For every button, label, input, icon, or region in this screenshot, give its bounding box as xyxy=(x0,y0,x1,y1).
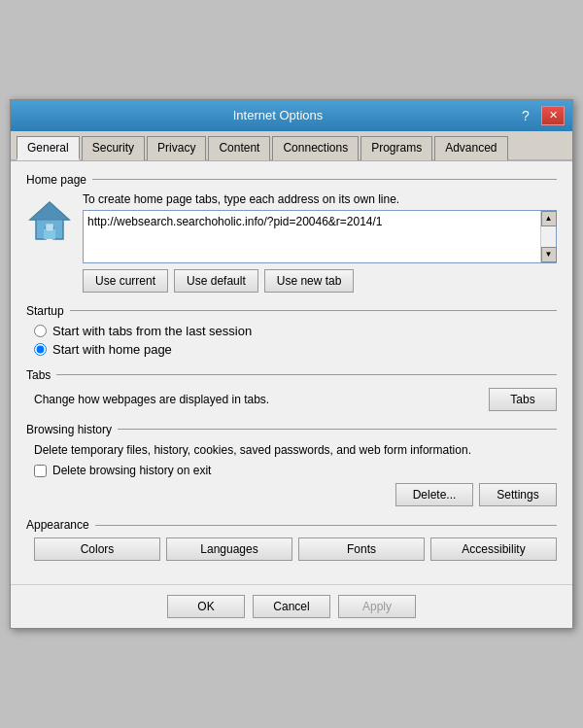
delete-button[interactable]: Delete... xyxy=(395,483,473,506)
tabs-button[interactable]: Tabs xyxy=(489,388,557,411)
ok-button[interactable]: OK xyxy=(167,595,245,618)
startup-section: Startup Start with tabs from the last se… xyxy=(26,304,557,357)
delete-on-exit-checkbox[interactable] xyxy=(34,465,47,477)
tab-bar: General Security Privacy Content Connect… xyxy=(11,131,572,161)
tabs-section-row: Change how webpages are displayed in tab… xyxy=(26,388,557,411)
use-current-button[interactable]: Use current xyxy=(83,269,168,293)
title-bar-buttons: ? ✕ xyxy=(514,106,565,125)
tab-general[interactable]: General xyxy=(17,136,80,160)
house-icon xyxy=(26,196,73,243)
homepage-buttons: Use current Use default Use new tab xyxy=(83,269,557,293)
homepage-url-input[interactable]: http://websearch.searchoholic.info/?pid=… xyxy=(84,211,540,260)
svg-marker-1 xyxy=(30,202,69,220)
startup-radio-last-session[interactable] xyxy=(34,325,47,337)
use-new-tab-button[interactable]: Use new tab xyxy=(264,269,355,293)
scroll-down-arrow[interactable]: ▼ xyxy=(541,247,557,262)
startup-radio-home-page[interactable] xyxy=(34,343,47,356)
fonts-button[interactable]: Fonts xyxy=(298,537,425,561)
languages-button[interactable]: Languages xyxy=(166,537,292,561)
accessibility-button[interactable]: Accessibility xyxy=(430,537,557,561)
help-button[interactable]: ? xyxy=(514,106,537,125)
browsing-history-section: Browsing history Delete temporary files,… xyxy=(26,423,557,507)
svg-rect-3 xyxy=(46,224,53,231)
use-default-button[interactable]: Use default xyxy=(174,269,258,293)
internet-options-window: Internet Options ? ✕ General Security Pr… xyxy=(10,99,573,630)
title-bar: Internet Options ? ✕ xyxy=(11,100,572,131)
delete-on-exit-row: Delete browsing history on exit xyxy=(26,464,557,477)
content-area: Home page To create home page tabs, type… xyxy=(11,161,572,585)
startup-home-page-label: Start with home page xyxy=(52,342,172,357)
startup-section-label: Startup xyxy=(26,304,557,318)
url-textarea-wrap: http://websearch.searchoholic.info/?pid=… xyxy=(83,210,557,263)
colors-button[interactable]: Colors xyxy=(34,537,160,561)
tabs-description: Change how webpages are displayed in tab… xyxy=(34,393,269,406)
scroll-up-arrow[interactable]: ▲ xyxy=(541,211,557,226)
homepage-right: To create home page tabs, type each addr… xyxy=(83,192,557,293)
tab-programs[interactable]: Programs xyxy=(360,136,432,160)
browsing-history-description: Delete temporary files, history, cookies… xyxy=(26,442,557,459)
tab-security[interactable]: Security xyxy=(82,136,145,160)
cancel-button[interactable]: Cancel xyxy=(253,595,330,618)
scrollbar[interactable]: ▲ ▼ xyxy=(540,211,556,262)
tab-content[interactable]: Content xyxy=(208,136,270,160)
window-title: Internet Options xyxy=(42,108,514,122)
tabs-section: Tabs Change how webpages are displayed i… xyxy=(26,368,557,411)
bottom-bar: OK Cancel Apply xyxy=(11,584,572,628)
appearance-section: Appearance Colors Languages Fonts Access… xyxy=(26,518,557,561)
tab-connections[interactable]: Connections xyxy=(272,136,359,160)
apply-button[interactable]: Apply xyxy=(338,595,416,618)
window-inner: Home page To create home page tabs, type… xyxy=(11,161,572,629)
browsing-history-buttons: Delete... Settings xyxy=(26,483,557,506)
homepage-description: To create home page tabs, type each addr… xyxy=(83,192,557,206)
delete-on-exit-label: Delete browsing history on exit xyxy=(52,464,211,477)
homepage-section: Home page To create home page tabs, type… xyxy=(26,173,557,293)
tab-advanced[interactable]: Advanced xyxy=(434,136,507,160)
startup-option-last-session[interactable]: Start with tabs from the last session xyxy=(34,324,557,338)
appearance-buttons: Colors Languages Fonts Accessibility xyxy=(26,537,557,561)
homepage-row: To create home page tabs, type each addr… xyxy=(26,192,557,293)
appearance-label: Appearance xyxy=(26,518,557,532)
startup-last-session-label: Start with tabs from the last session xyxy=(52,324,252,338)
browsing-history-label: Browsing history xyxy=(26,423,557,436)
tab-privacy[interactable]: Privacy xyxy=(147,136,206,160)
settings-button[interactable]: Settings xyxy=(479,483,557,506)
tabs-section-label: Tabs xyxy=(26,368,557,382)
homepage-section-label: Home page xyxy=(26,173,557,187)
startup-radio-group: Start with tabs from the last session St… xyxy=(26,324,557,357)
startup-option-home-page[interactable]: Start with home page xyxy=(34,342,557,357)
close-button[interactable]: ✕ xyxy=(541,106,565,125)
